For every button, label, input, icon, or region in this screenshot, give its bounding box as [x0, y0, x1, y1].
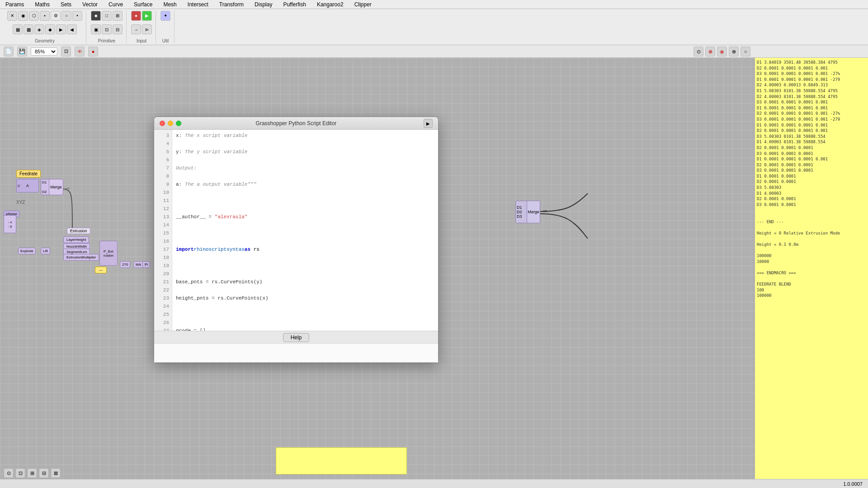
toolbar-prim-6[interactable]: ⊟ [113, 24, 123, 34]
fit-view-btn[interactable]: ⊡ [61, 47, 71, 56]
menu-clipper[interactable]: Clipper [353, 1, 373, 8]
menu-params[interactable]: Params [4, 1, 26, 8]
toolbar-icon-2[interactable]: ▦ [13, 24, 23, 34]
view-right-btn-5[interactable]: ○ [741, 47, 750, 56]
bottom-icon-4[interactable]: ⊟ [39, 468, 49, 478]
code-line-14 [176, 310, 434, 319]
bottom-icon-1[interactable]: ⊙ [4, 468, 14, 478]
toolbar-icon-gear[interactable]: ⚙ [51, 11, 61, 21]
toolbar-icon-cube[interactable]: ▪ [40, 11, 50, 21]
extrusionmult-node[interactable]: ExtrusionMultiplier [63, 254, 99, 261]
bottom-icon-3[interactable]: ⊞ [27, 468, 37, 478]
toolbar-label-primitive: Primitive [98, 38, 115, 43]
toolbar-icon-x[interactable]: ✕ [7, 11, 17, 21]
view-right-btn-1[interactable]: ⊙ [693, 47, 703, 56]
bottom-icons: ⊙ ⊡ ⊞ ⊟ ⊠ [4, 468, 61, 478]
toolbar-input-3[interactable]: → [131, 24, 141, 34]
node-pi[interactable]: Pi [142, 261, 150, 268]
toolbar-util-1[interactable]: ✦ [160, 11, 170, 21]
toolbar-prim-3[interactable]: ⊞ [113, 11, 123, 21]
node-ma[interactable]: MA [133, 261, 143, 268]
toolbar-util-row: ✦ [160, 11, 170, 21]
layerheight-node[interactable]: LayerHeight [63, 236, 89, 243]
editor-title: Grasshopper Python Script Editor [256, 120, 337, 127]
window-close-btn[interactable] [160, 121, 165, 126]
toolbar-input-1[interactable]: ● [131, 11, 141, 21]
help-button[interactable]: Help [283, 333, 310, 342]
menu-display[interactable]: Display [253, 1, 274, 8]
toolbar-icon-5[interactable]: ◆ [45, 24, 55, 34]
menu-vector[interactable]: Vector [80, 1, 99, 8]
input-node-a[interactable]: C A [16, 179, 39, 192]
editor-run-btn[interactable]: ▶ [424, 119, 433, 128]
save-btn[interactable]: 💾 [17, 47, 27, 56]
preview-btn[interactable]: 👁 [75, 47, 85, 56]
menu-mesh[interactable]: Mesh [161, 1, 178, 8]
node-270[interactable]: 270 [120, 261, 130, 268]
python-editor: Grasshopper Python Script Editor ▶ 3 4 5… [154, 117, 439, 363]
toolbar-icon-6[interactable]: ▶ [56, 24, 66, 34]
window-maximize-btn[interactable] [176, 121, 181, 126]
bottom-icon-2[interactable]: ⊡ [15, 468, 25, 478]
editor-input-area[interactable] [154, 343, 438, 362]
status-bar: 1.0.0007 [0, 479, 868, 488]
toolbar-input-2[interactable]: ▶ [142, 11, 152, 21]
output-arrow: → [64, 184, 71, 192]
toolbar-icon-dot[interactable]: • [72, 11, 82, 21]
menu-sets[interactable]: Sets [59, 1, 73, 8]
menu-curve[interactable]: Curve [107, 1, 125, 8]
editor-help-bar: Help [154, 331, 438, 343]
toolbar-label-util: Util [162, 38, 169, 43]
toolbar-icon-hex[interactable]: ⬡ [29, 11, 39, 21]
toolbar-prim-4[interactable]: ▣ [91, 24, 101, 34]
merge-node-small[interactable]: Merge [49, 179, 63, 195]
editor-titlebar: Grasshopper Python Script Editor ▶ [154, 117, 438, 130]
toolbar-input-4[interactable]: ⊳ [142, 24, 152, 34]
p-extrusion-node[interactable]: P_Extrusion [99, 241, 118, 266]
toolbar-icon-4[interactable]: ◈ [34, 24, 44, 34]
toolbar-prim-5[interactable]: ⊡ [102, 24, 112, 34]
canvas-area[interactable]: Feedrate C A D1D2 Merge → XYZ pNoise - x… [0, 58, 868, 479]
yellow-output-node[interactable]: — [95, 267, 107, 273]
toolbar-prim-1[interactable]: ■ [91, 11, 101, 21]
menu-maths[interactable]: Maths [33, 1, 52, 8]
toolbar-primitive-row1: ■ □ ⊞ [91, 11, 123, 21]
pnoise-node[interactable]: - x- y [4, 215, 16, 233]
toolbar-label-input: Input [137, 38, 146, 43]
menu-pufferfish[interactable]: Pufferfish [281, 1, 307, 8]
toolbar-icon-circle[interactable]: ◉ [18, 11, 28, 21]
xyz-label: XYZ [16, 200, 25, 205]
bottom-note-yellow[interactable] [276, 447, 407, 474]
editor-content[interactable]: 3 4 5 6 7 8 9 10 11 12 13 14 15 16 17 18… [154, 130, 438, 331]
toolbar-icon-7[interactable]: ◀ [67, 24, 77, 34]
toolbar-group-input: ● ▶ → ⊳ Input [127, 11, 156, 43]
code-line-10: import rhinoscriptsyntax as rs [176, 245, 434, 253]
view-right-btn-2[interactable]: ⊗ [705, 47, 715, 56]
toolbar-icon-3[interactable]: ▩ [24, 24, 33, 34]
code-line-7 [176, 197, 434, 205]
view-right-btn-3[interactable]: ◉ [717, 47, 727, 56]
window-minimize-btn[interactable] [168, 121, 173, 126]
code-line-6: a: The a output variable""" [176, 180, 434, 188]
feedrate-node[interactable]: Feedrate [16, 170, 41, 178]
line-numbers: 3 4 5 6 7 8 9 10 11 12 13 14 15 16 17 18… [154, 130, 172, 331]
toolbar-icon-ring[interactable]: ○ [61, 11, 71, 21]
menu-kangaroo2[interactable]: Kangaroo2 [315, 1, 345, 8]
record-btn[interactable]: ● [88, 47, 98, 56]
view-right-btn-4[interactable]: ⊕ [729, 47, 739, 56]
explode-node[interactable]: Explode [18, 248, 36, 254]
bottom-icon-5[interactable]: ⊠ [51, 468, 61, 478]
toolbar: ✕ ◉ ⬡ ▪ ⚙ ○ • ▦ ▩ ◈ ◆ ▶ ◀ Geometry ■ □ ⊞… [0, 9, 868, 45]
zoom-select[interactable]: 85% 100% 75% [31, 47, 57, 56]
merge-node-label[interactable]: Merge [527, 201, 540, 223]
menu-intersect[interactable]: Intersect [186, 1, 210, 8]
menu-transform[interactable]: Transform [217, 1, 245, 8]
menu-surface[interactable]: Surface [132, 1, 154, 8]
code-area[interactable]: x: The x script variable y: The y script… [172, 130, 438, 331]
lift-node[interactable]: Lift [41, 248, 50, 254]
toolbar-prim-2[interactable]: □ [102, 11, 112, 21]
extrusion-label: Extrusion [67, 228, 90, 234]
code-line-13: height_pnts = rs.CurvePoints(x) [176, 294, 434, 302]
new-file-btn[interactable]: 📄 [4, 47, 14, 56]
toolbar-group-util: ✦ Util [157, 11, 175, 43]
